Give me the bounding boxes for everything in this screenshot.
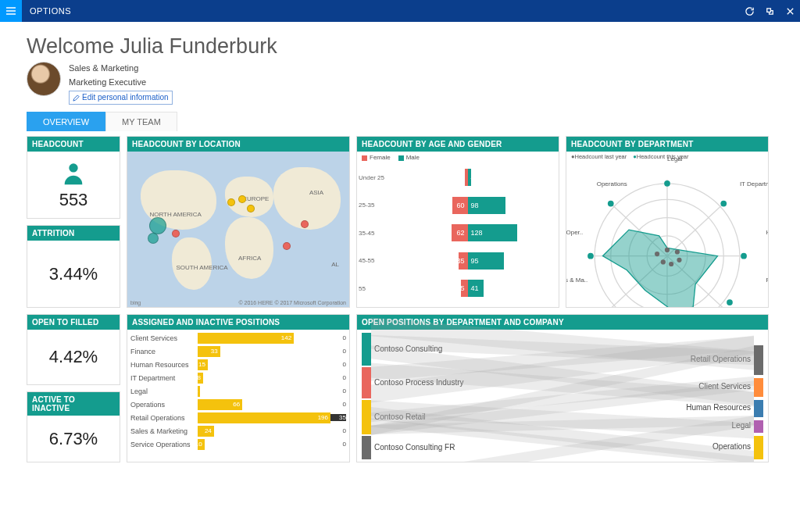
tile-headcount-by-location[interactable]: HEADCOUNT BY LOCATION NORTH AMERICA SOUT… xyxy=(127,136,350,308)
profile-department: Sales & Marketing xyxy=(69,62,173,76)
tab-my-team[interactable]: MY TEAM xyxy=(105,112,177,131)
age-category: Under 25 xyxy=(359,174,395,181)
hamburger-icon xyxy=(5,5,16,16)
close-button[interactable] xyxy=(780,1,800,21)
radar-axis-label: Operations xyxy=(597,180,627,187)
chart-legend: Female Male xyxy=(357,152,559,163)
svg-point-23 xyxy=(675,250,680,255)
svg-line-6 xyxy=(667,204,723,256)
tile-header: OPEN TO FILLED xyxy=(27,315,120,330)
dept-name: Service Operations xyxy=(130,441,198,448)
radar-axis-label: Finance xyxy=(766,277,769,284)
tile-header: HEADCOUNT BY AGE AND GENDER xyxy=(357,137,559,152)
inactive-value: 0 xyxy=(330,427,346,434)
map-label-eu: EUROPE xyxy=(243,195,270,202)
map-label-sa: SOUTH AMERICA xyxy=(176,264,227,271)
edit-link-label: Edit personal information xyxy=(82,91,169,104)
tile-header: HEADCOUNT BY LOCATION xyxy=(127,137,349,152)
sankey-source-node xyxy=(362,400,371,434)
ribbon-tab-options[interactable]: OPTIONS xyxy=(30,6,71,16)
page-title: Welcome Julia Funderburk xyxy=(27,34,788,59)
tile-active-to-inactive[interactable]: ACTIVE TO INACTIVE 6.73% xyxy=(27,391,120,462)
svg-point-24 xyxy=(677,258,681,262)
tabs: OVERVIEW MY TEAM xyxy=(27,112,788,131)
svg-point-25 xyxy=(669,262,673,266)
sankey-target-node xyxy=(754,345,763,375)
map-label-af: AFRICA xyxy=(238,255,261,262)
popout-icon xyxy=(765,6,775,16)
age-category: 25-35 xyxy=(359,202,395,209)
svg-point-0 xyxy=(69,163,77,172)
sankey-chart: Contoso ConsultingContoso Process Indust… xyxy=(357,330,768,462)
assigned-chart: Client Services 142 0Finance 33 0Human R… xyxy=(127,330,349,462)
svg-marker-13 xyxy=(602,230,717,308)
age-gender-chart: Under 25 1 425-35 60 9835-45 62 12845-55… xyxy=(357,163,559,307)
dept-name: Human Resources xyxy=(130,361,198,369)
tile-header: ATTRITION xyxy=(27,226,120,241)
tab-overview[interactable]: OVERVIEW xyxy=(27,112,105,131)
close-icon xyxy=(785,6,795,16)
dept-name: Client Services xyxy=(130,334,198,342)
profile-block: Sales & Marketing Marketing Executive Ed… xyxy=(27,62,788,105)
age-category: 35-45 xyxy=(359,230,395,237)
dept-name: Legal xyxy=(130,387,198,395)
tile-header: ACTIVE TO INACTIVE xyxy=(27,392,120,416)
attrition-value: 3.44% xyxy=(49,264,98,284)
map-copyright: © 2016 HERE © 2017 Microsoft Corporation xyxy=(238,300,346,305)
app-titlebar: OPTIONS xyxy=(0,0,800,22)
inactive-value: 0 xyxy=(330,387,346,395)
inactive-value: 0 xyxy=(330,348,346,355)
inactive-value: 0 xyxy=(330,401,346,408)
menu-button[interactable] xyxy=(0,0,22,22)
dept-name: Sales & Marketing xyxy=(130,427,198,435)
age-category: 55 xyxy=(359,285,395,292)
sankey-source-label: Contoso Consulting FR xyxy=(374,443,455,452)
svg-point-27 xyxy=(655,252,659,256)
inactive-value: 35 xyxy=(330,414,346,421)
sankey-target-node xyxy=(754,400,763,417)
inactive-value: 0 xyxy=(330,441,346,448)
world-map[interactable]: NORTH AMERICA SOUTH AMERICA EUROPE AFRIC… xyxy=(127,152,349,307)
dept-name: Operations xyxy=(130,401,198,409)
svg-point-22 xyxy=(665,248,670,252)
edit-personal-info-link[interactable]: Edit personal information xyxy=(69,91,173,105)
inactive-value: 0 xyxy=(330,334,346,341)
tile-headcount[interactable]: HEADCOUNT 553 xyxy=(27,136,120,219)
refresh-button[interactable] xyxy=(739,1,759,21)
inactive-value: 0 xyxy=(330,361,346,368)
sankey-target-node xyxy=(754,436,763,459)
active-to-inactive-value: 6.73% xyxy=(49,429,98,449)
map-label-as: ASIA xyxy=(309,189,323,196)
tile-open-to-filled[interactable]: OPEN TO FILLED 4.42% xyxy=(27,314,120,385)
tile-assigned-inactive[interactable]: ASSIGNED AND INACTIVE POSITIONS Client S… xyxy=(127,314,350,462)
tile-headcount-by-age-gender[interactable]: HEADCOUNT BY AGE AND GENDER Female Male … xyxy=(356,136,559,308)
pencil-icon xyxy=(73,95,80,102)
tile-header: HEADCOUNT xyxy=(27,137,120,152)
radar-axis-label: Human Re.. xyxy=(766,229,769,236)
map-label-al: AL xyxy=(331,261,339,268)
person-icon xyxy=(60,160,87,187)
refresh-icon xyxy=(745,6,755,16)
dept-name: Retail Operations xyxy=(130,414,198,422)
open-to-filled-value: 4.42% xyxy=(49,347,98,367)
sankey-source-node xyxy=(362,436,371,459)
profile-role: Marketing Executive xyxy=(69,76,173,90)
radar-axis-label: IT Department xyxy=(740,180,769,187)
headcount-value: 553 xyxy=(59,190,88,210)
age-category: 45-55 xyxy=(359,257,395,264)
tile-headcount-by-department[interactable]: HEADCOUNT BY DEPARTMENT ●Headcount last … xyxy=(566,136,769,308)
dept-name: IT Department xyxy=(130,374,198,382)
svg-point-16 xyxy=(741,253,747,259)
radar-axis-label: Retail Oper.. xyxy=(566,229,583,236)
svg-point-17 xyxy=(727,299,733,305)
inactive-value: 0 xyxy=(330,374,346,381)
radar-axis-label: Legal xyxy=(667,155,683,162)
tile-attrition[interactable]: ATTRITION 3.44% xyxy=(27,225,120,308)
svg-point-26 xyxy=(661,260,666,265)
map-provider: bing xyxy=(130,300,141,305)
dept-name: Finance xyxy=(130,348,198,355)
popout-button[interactable] xyxy=(759,1,780,21)
tile-open-positions[interactable]: OPEN POSITIONS BY DEPARTMENT AND COMPANY… xyxy=(356,314,769,462)
radar-axis-label: Sales & Ma.. xyxy=(566,277,588,284)
tile-header: ASSIGNED AND INACTIVE POSITIONS xyxy=(127,315,349,330)
